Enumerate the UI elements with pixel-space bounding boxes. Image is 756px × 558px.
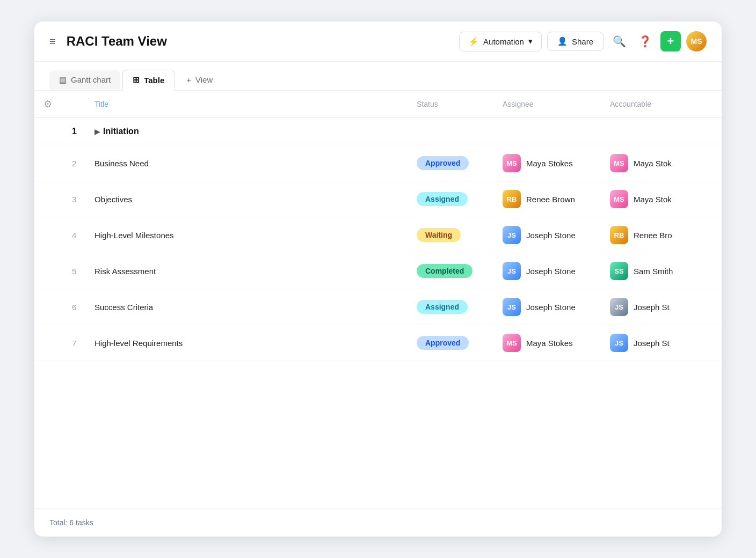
status-col-header[interactable]: Status	[410, 91, 496, 118]
app-title: RACI Team View	[67, 34, 450, 49]
gear-cell	[34, 145, 61, 181]
automation-button[interactable]: ⚡ Automation ▾	[459, 32, 542, 52]
table-row[interactable]: 1 ▶Initiation	[34, 118, 722, 145]
task-title: Risk Assessment	[88, 253, 410, 289]
status-badge: Assigned	[417, 192, 468, 206]
lightning-icon: ⚡	[468, 36, 479, 47]
gear-cell	[34, 181, 61, 217]
table-row[interactable]: 3 Objectives Assigned RB Renee Brown MS …	[34, 181, 722, 217]
gear-cell	[34, 253, 61, 289]
gear-cell	[34, 289, 61, 325]
accountable-avatar: RB	[610, 226, 628, 244]
status-badge: Waiting	[417, 228, 461, 242]
accountable-cell: JS Joseph St	[604, 289, 722, 325]
avatar-initials: MS	[691, 37, 702, 46]
task-title: Business Need	[88, 145, 410, 181]
tab-table-label: Table	[144, 76, 164, 85]
tab-view-label: View	[195, 75, 213, 84]
accountable-avatar: JS	[610, 298, 628, 316]
section-title: ▶Initiation	[88, 118, 722, 145]
tab-gantt-chart[interactable]: ▤ Gantt chart	[49, 70, 120, 90]
assignee-avatar: JS	[503, 298, 521, 316]
plus-icon: +	[186, 75, 191, 84]
accountable-cell: JS Joseph St	[604, 325, 722, 361]
table-row[interactable]: 4 High-Level Milestones Waiting JS Josep…	[34, 217, 722, 253]
user-avatar[interactable]: MS	[686, 31, 707, 52]
accountable-cell: SS Sam Smith	[604, 253, 722, 289]
automation-label: Automation	[483, 37, 524, 46]
table-row[interactable]: 2 Business Need Approved MS Maya Stokes …	[34, 145, 722, 181]
accountable-cell: RB Renee Bro	[604, 217, 722, 253]
assignee-avatar: MS	[503, 154, 521, 172]
share-button[interactable]: 👤 Share	[547, 32, 604, 51]
assignee-cell: JS Joseph Stone	[496, 217, 604, 253]
accountable-name: Maya Stok	[634, 159, 672, 168]
row-num: 1	[61, 118, 88, 145]
task-title: High-Level Milestones	[88, 217, 410, 253]
help-button[interactable]: ❓	[635, 31, 655, 52]
assignee-avatar: JS	[503, 226, 521, 244]
accountable-avatar: MS	[610, 154, 628, 172]
status-badge: Approved	[417, 336, 469, 350]
gear-cell	[34, 217, 61, 253]
row-num: 2	[61, 145, 88, 181]
menu-icon[interactable]: ≡	[49, 35, 56, 48]
assignee-cell: RB Renee Brown	[496, 181, 604, 217]
accountable-avatar: SS	[610, 262, 628, 280]
task-title: Success Criteria	[88, 289, 410, 325]
view-tabs: ▤ Gantt chart ⊞ Table + View	[34, 62, 722, 91]
assignee-name: Maya Stokes	[526, 339, 573, 348]
total-tasks-label: Total: 6 tasks	[49, 518, 93, 527]
table-header-row: ⚙ Title Status Assignee Accountable	[34, 91, 722, 118]
header-actions: ⚡ Automation ▾ 👤 Share 🔍 ❓ + MS	[459, 31, 707, 52]
accountable-cell: MS Maya Stok	[604, 181, 722, 217]
gear-col-header[interactable]: ⚙	[34, 91, 61, 118]
accountable-name: Sam Smith	[634, 267, 673, 276]
row-num: 4	[61, 217, 88, 253]
search-icon: 🔍	[613, 35, 626, 48]
status-badge: Assigned	[417, 300, 468, 314]
row-num: 7	[61, 325, 88, 361]
tab-view[interactable]: + View	[177, 70, 222, 89]
table-body: 1 ▶Initiation 2 Business Need Approved M…	[34, 118, 722, 361]
assignee-cell: MS Maya Stokes	[496, 325, 604, 361]
accountable-name: Joseph St	[634, 339, 670, 348]
assignee-cell: JS Joseph Stone	[496, 289, 604, 325]
status-badge: Completed	[417, 264, 473, 278]
help-icon: ❓	[638, 35, 652, 48]
status-cell: Waiting	[410, 217, 496, 253]
app-container: ≡ RACI Team View ⚡ Automation ▾ 👤 Share …	[34, 21, 722, 537]
status-cell: Assigned	[410, 289, 496, 325]
accountable-col-header[interactable]: Accountable	[604, 91, 722, 118]
status-cell: Completed	[410, 253, 496, 289]
table-row[interactable]: 7 High-level Requirements Approved MS Ma…	[34, 325, 722, 361]
row-num: 5	[61, 253, 88, 289]
gear-icon: ⚙	[43, 99, 52, 109]
share-label: Share	[572, 37, 593, 46]
assignee-name: Renee Brown	[526, 195, 575, 204]
table-icon: ⊞	[133, 75, 140, 85]
accountable-avatar: JS	[610, 334, 628, 352]
task-title: High-level Requirements	[88, 325, 410, 361]
gear-cell	[34, 118, 61, 145]
table-row[interactable]: 5 Risk Assessment Completed JS Joseph St…	[34, 253, 722, 289]
add-button[interactable]: +	[660, 31, 681, 52]
chevron-down-icon: ▾	[528, 36, 533, 46]
status-cell: Assigned	[410, 181, 496, 217]
accountable-name: Renee Bro	[634, 231, 672, 240]
tab-gantt-label: Gantt chart	[71, 75, 111, 84]
search-button[interactable]: 🔍	[609, 31, 629, 52]
table-footer: Total: 6 tasks	[34, 508, 722, 537]
table-row[interactable]: 6 Success Criteria Assigned JS Joseph St…	[34, 289, 722, 325]
chevron-right-icon: ▶	[95, 128, 100, 136]
tab-table[interactable]: ⊞ Table	[122, 70, 175, 91]
title-col-header[interactable]: Title	[88, 91, 410, 118]
assignee-avatar: RB	[503, 190, 521, 208]
assignee-col-header[interactable]: Assignee	[496, 91, 604, 118]
header: ≡ RACI Team View ⚡ Automation ▾ 👤 Share …	[34, 21, 722, 62]
assignee-cell: MS Maya Stokes	[496, 145, 604, 181]
row-num: 6	[61, 289, 88, 325]
table-area: ⚙ Title Status Assignee Accountable 1 ▶I…	[34, 91, 722, 508]
status-cell: Approved	[410, 145, 496, 181]
assignee-name: Maya Stokes	[526, 159, 573, 168]
